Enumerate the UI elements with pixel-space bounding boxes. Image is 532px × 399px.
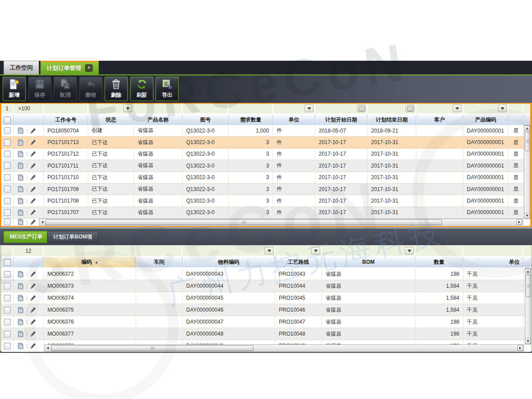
cell[interactable]: 2017-10-17 (315, 149, 368, 160)
pencil-icon[interactable] (30, 139, 36, 145)
filter-input-1[interactable] (136, 246, 183, 256)
cell[interactable]: 1,584 (415, 292, 463, 304)
cell[interactable]: 省煤器 (322, 304, 415, 316)
cell[interactable]: 省煤器 (322, 328, 415, 340)
pencil-icon[interactable] (30, 209, 36, 215)
row-checkbox[interactable] (4, 174, 11, 181)
cell[interactable]: PRO10046 (275, 304, 322, 316)
document-icon[interactable] (18, 139, 23, 146)
table-row[interactable]: |PO17101712已下达省煤器Q13022-3-03件2017-10-172… (1, 149, 530, 160)
pencil-icon[interactable] (30, 163, 36, 169)
pencil-icon[interactable] (30, 128, 36, 134)
cell[interactable]: 3 (229, 207, 273, 218)
document-icon[interactable] (18, 198, 23, 204)
row-checkbox[interactable] (4, 198, 11, 204)
row-checkbox[interactable] (4, 331, 11, 337)
refresh-button[interactable]: 刷新 (130, 77, 153, 101)
cell[interactable]: PRO10044 (275, 280, 322, 292)
column-header-0[interactable]: 工作令号 (44, 114, 88, 125)
cell[interactable]: PO17101710 (44, 172, 88, 183)
column-header-3[interactable]: 工艺路线 (275, 257, 322, 267)
cell[interactable]: PO17101707 (44, 207, 88, 218)
filter-dropdown-button[interactable] (311, 247, 320, 254)
cell[interactable] (416, 149, 463, 160)
column-header-6[interactable]: 单位 (463, 257, 524, 267)
cell[interactable]: PRO10048 (275, 328, 322, 340)
filter-input-3[interactable] (183, 104, 229, 113)
cell[interactable]: DAY000000001 (463, 172, 509, 183)
cell[interactable]: 千克 (463, 316, 524, 328)
filter-input-0[interactable] (44, 104, 88, 113)
cell[interactable]: 省煤器 (322, 280, 415, 292)
row-checkbox[interactable] (4, 283, 11, 289)
close-icon[interactable]: ✕ (85, 64, 93, 72)
row-count-cell[interactable]: 12 (14, 246, 44, 256)
column-header-8[interactable]: 客户 (416, 114, 463, 125)
cell[interactable] (416, 160, 463, 171)
select-all-checkbox[interactable] (4, 117, 11, 123)
cell[interactable] (416, 137, 463, 148)
cell[interactable]: 省煤器 (134, 184, 183, 195)
filter-calendar-button[interactable] (406, 105, 415, 112)
scroll-right-button[interactable] (516, 219, 522, 225)
cell[interactable]: DAY000000045 (183, 292, 275, 304)
cell[interactable]: DAY000000001 (463, 195, 509, 206)
pencil-icon[interactable] (30, 283, 36, 289)
horizontal-scroll-thumb[interactable] (45, 219, 442, 225)
cell[interactable]: 2017-10-17 (315, 184, 368, 195)
cell[interactable]: PRO10043 (275, 268, 322, 280)
cell[interactable]: 2017-10-31 (368, 149, 416, 160)
scroll-left-button[interactable] (39, 219, 45, 225)
cell[interactable]: 2017-10-31 (368, 160, 416, 171)
vertical-scroll-thumb[interactable] (526, 275, 531, 297)
column-header-0[interactable]: 编码▲ (44, 257, 136, 267)
row-checkbox[interactable] (4, 343, 11, 349)
document-icon[interactable] (18, 331, 23, 337)
document-icon[interactable] (18, 343, 23, 349)
cell[interactable]: DAY000000043 (183, 268, 275, 280)
table-row[interactable]: |MO006375DAY000000046PRO10046省煤器1,584千克 (1, 304, 531, 316)
filter-input-6[interactable] (463, 246, 524, 256)
cell[interactable]: 千克 (463, 304, 524, 316)
cell[interactable]: 3 (229, 172, 273, 183)
cell[interactable]: 3 (229, 137, 273, 148)
row-count-cell[interactable]: >100 (14, 104, 44, 113)
vertical-scrollbar[interactable] (525, 268, 531, 344)
cell[interactable]: 2017-10-31 (368, 195, 416, 206)
cell[interactable]: MO006372 (44, 268, 136, 280)
cell[interactable]: 是 (509, 172, 524, 183)
scroll-right-button[interactable] (517, 345, 523, 351)
document-icon[interactable] (18, 127, 23, 134)
cell[interactable]: 已下达 (88, 149, 134, 160)
cell[interactable]: DAY000000001 (463, 160, 509, 171)
filter-input-10[interactable] (509, 104, 524, 113)
cell[interactable]: MO006375 (44, 304, 136, 316)
cell[interactable]: 2017-10-31 (368, 184, 416, 195)
cell[interactable]: 省煤器 (134, 160, 183, 171)
document-icon[interactable] (18, 209, 23, 216)
cell[interactable]: MO006376 (44, 316, 136, 328)
row-checkbox[interactable] (4, 162, 11, 169)
tab-plan-order-management[interactable]: 计划订单管理✕ (40, 61, 99, 74)
horizontal-scroll-thumb[interactable] (51, 345, 254, 351)
cell[interactable]: PO17101712 (44, 149, 88, 160)
cell[interactable] (416, 172, 463, 183)
pencil-icon[interactable] (30, 343, 36, 349)
column-header-5[interactable]: 数量 (415, 257, 463, 267)
cell[interactable]: 创建 (88, 125, 134, 136)
pencil-icon[interactable] (30, 186, 36, 192)
filter-input-2[interactable] (183, 246, 275, 256)
cell[interactable]: DAY000000044 (183, 280, 275, 292)
scroll-up-button[interactable] (524, 125, 530, 131)
table-row[interactable]: |MO006373DAY000000044PRO10044省煤器1,584千克 (1, 280, 531, 292)
cell[interactable]: 1,000 (229, 125, 273, 136)
cell[interactable]: PO17101709 (44, 184, 88, 195)
table-row[interactable]: |PO17101707已下达省煤器Q13022-3-03件2017-10-172… (1, 207, 530, 219)
filter-input-7[interactable] (368, 104, 416, 113)
column-header-4[interactable]: 需求数量 (229, 114, 273, 125)
filter-input-1[interactable] (88, 104, 134, 113)
cell[interactable]: 已下达 (88, 207, 134, 218)
horizontal-scrollbar[interactable] (39, 219, 523, 226)
cell[interactable]: 千克 (463, 268, 524, 280)
pencil-icon[interactable] (30, 295, 36, 301)
